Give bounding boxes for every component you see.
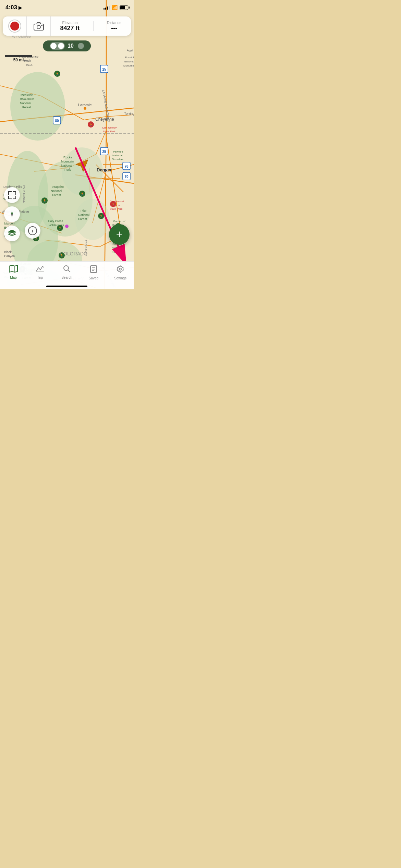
svg-text:Park: Park xyxy=(64,168,71,171)
search-icon xyxy=(63,265,71,275)
svg-text:Forest: Forest xyxy=(52,193,61,197)
svg-rect-143 xyxy=(41,25,42,26)
bottom-nav: Map Trip Search S xyxy=(0,261,134,289)
svg-text:Canyon: Canyon xyxy=(110,204,120,207)
status-bar: 4:03 ▶ 📶 xyxy=(0,0,134,15)
info-button[interactable]: i xyxy=(25,223,40,239)
svg-text:Canyon: Canyon xyxy=(4,254,15,258)
svg-text:Mountain: Mountain xyxy=(61,160,74,163)
info-icon: i xyxy=(28,226,37,235)
svg-text:Castlewood: Castlewood xyxy=(110,200,124,203)
svg-text:COLORADO: COLORADO xyxy=(60,251,87,256)
svg-marker-150 xyxy=(9,265,17,272)
saved-icon xyxy=(90,265,97,275)
svg-text:6014: 6014 xyxy=(26,63,33,67)
status-time: 4:03 ▶ xyxy=(5,4,22,11)
elevation-value: 8427 ft xyxy=(60,25,80,32)
speed-toggle-track[interactable] xyxy=(50,42,65,50)
nav-item-map[interactable]: Map xyxy=(1,265,25,279)
svg-text:Garden of: Garden of xyxy=(113,220,125,223)
compass-icon xyxy=(8,210,16,218)
battery-fill xyxy=(120,6,125,9)
svg-text:National: National xyxy=(124,60,134,63)
nav-label-settings: Settings xyxy=(114,276,126,280)
layers-button[interactable] xyxy=(4,226,20,241)
nav-label-search: Search xyxy=(61,276,72,279)
expand-button[interactable] xyxy=(4,187,20,203)
svg-text:🏃: 🏃 xyxy=(89,123,93,127)
settings-icon xyxy=(116,265,124,275)
speed-toggle[interactable]: 10 xyxy=(43,40,91,51)
stat-divider xyxy=(93,21,94,31)
svg-text:National: National xyxy=(78,213,89,217)
svg-text:Laramie: Laramie xyxy=(78,103,92,107)
wifi-icon: 📶 xyxy=(112,5,118,10)
svg-text:Arapaho: Arapaho xyxy=(52,185,64,189)
scale-bar: 50 mi xyxy=(5,55,32,62)
svg-text:PARK RANGE: PARK RANGE xyxy=(23,185,26,203)
expand-arrow-br xyxy=(13,196,16,199)
svg-text:Medicine: Medicine xyxy=(21,93,33,97)
svg-point-154 xyxy=(64,266,69,270)
status-icons: 📶 xyxy=(104,5,128,10)
nav-item-saved[interactable]: Saved xyxy=(82,265,106,280)
svg-text:80: 80 xyxy=(55,119,59,123)
camera-icon xyxy=(33,22,44,31)
svg-text:FRO RANGE: FRO RANGE xyxy=(84,240,87,256)
record-button[interactable] xyxy=(3,16,27,36)
svg-text:National: National xyxy=(112,154,123,157)
svg-text:Forest: Forest xyxy=(78,217,87,221)
left-controls xyxy=(4,187,20,241)
scale-line xyxy=(5,55,32,57)
svg-text:70: 70 xyxy=(124,175,129,179)
camera-button[interactable] xyxy=(27,16,51,36)
signal-bar-1 xyxy=(104,8,105,10)
info-circle-btn[interactable]: i xyxy=(25,223,40,239)
svg-text:National: National xyxy=(51,189,62,193)
map-icon xyxy=(9,265,18,275)
svg-text:25: 25 xyxy=(102,150,106,154)
signal-bar-3 xyxy=(107,7,108,10)
record-circle xyxy=(8,20,21,33)
record-dot xyxy=(10,22,19,31)
speed-toggle-thumb-right xyxy=(58,43,64,49)
nav-item-settings[interactable]: Settings xyxy=(108,265,132,280)
svg-text:🏃: 🏃 xyxy=(42,198,47,203)
elevation-label: Elevation xyxy=(60,21,80,25)
svg-text:National: National xyxy=(20,101,31,105)
nav-item-search[interactable]: Search xyxy=(55,265,79,279)
expand-arrow-bl xyxy=(8,196,12,199)
layers-icon xyxy=(8,229,16,238)
distance-value: --- xyxy=(107,25,122,32)
trip-icon xyxy=(36,265,45,275)
battery-icon xyxy=(120,5,128,10)
svg-text:Holy Cross: Holy Cross xyxy=(48,219,63,223)
location-active-icon: ▶ xyxy=(19,5,22,10)
nav-item-trip[interactable]: Trip xyxy=(28,265,52,279)
speed-toggle-right-knob xyxy=(78,43,84,49)
toolbar-stats: Elevation 8427 ft Distance --- xyxy=(51,16,131,36)
svg-text:🏃: 🏃 xyxy=(55,72,60,76)
svg-point-27 xyxy=(10,72,65,141)
svg-point-68 xyxy=(65,225,69,228)
svg-text:Bow-Routt: Bow-Routt xyxy=(20,97,35,101)
add-button[interactable]: + xyxy=(109,224,130,245)
svg-text:🏃: 🏃 xyxy=(80,192,85,196)
svg-line-155 xyxy=(68,270,70,272)
nav-label-saved: Saved xyxy=(89,276,98,280)
expand-icon xyxy=(8,191,16,199)
speed-value: 10 xyxy=(68,43,74,49)
svg-marker-149 xyxy=(8,234,16,236)
plus-icon: + xyxy=(116,229,123,240)
svg-point-76 xyxy=(84,107,86,110)
nav-label-map: Map xyxy=(10,276,16,279)
nav-label-trip: Trip xyxy=(37,276,43,279)
compass-button[interactable] xyxy=(4,206,20,222)
svg-text:25: 25 xyxy=(102,68,106,71)
svg-text:Pike: Pike xyxy=(81,209,87,213)
svg-text:Agat: Agat xyxy=(127,49,133,52)
time-display: 4:03 xyxy=(5,4,17,11)
scale-text: 50 mi xyxy=(5,58,32,62)
svg-text:Fossil Be: Fossil Be xyxy=(125,56,134,59)
svg-text:Pawnee: Pawnee xyxy=(113,150,123,153)
